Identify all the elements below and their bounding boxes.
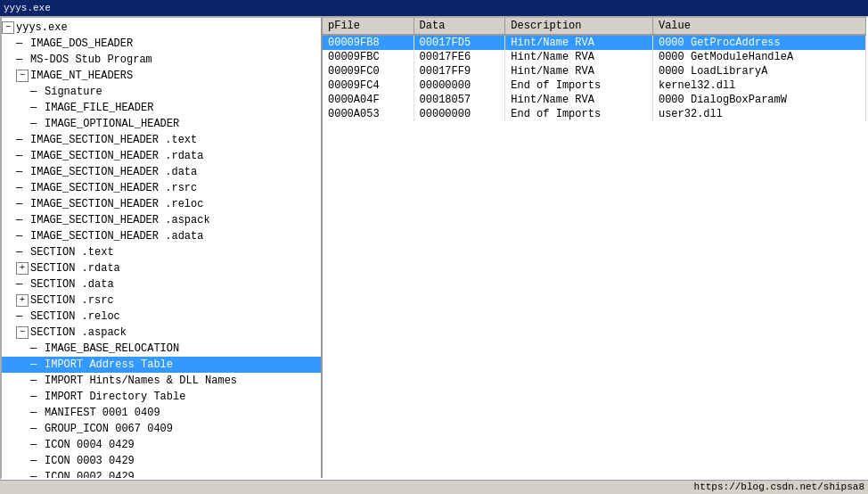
tree-item-signature[interactable]: — Signature [2, 84, 321, 100]
tree-item-sec_rdata[interactable]: +SECTION .rdata [2, 260, 321, 276]
connector: — [30, 374, 45, 388]
tree-item-icon1[interactable]: — ICON 0004 0429 [2, 437, 321, 453]
item-label: yyys.exe [16, 21, 68, 35]
tree-item-import_address_table[interactable]: — IMPORT Address Table [2, 357, 321, 373]
table-row[interactable]: 00009FBC00017FE6Hint/Name RVA0000 GetMod… [323, 50, 866, 64]
item-label: ICON 0002 0429 [45, 470, 135, 478]
item-label: GROUP_ICON 0067 0409 [45, 422, 173, 436]
cell-value: user32.dll [652, 107, 865, 121]
item-label: SECTION .aspack [30, 325, 127, 340]
connector: — [30, 390, 45, 404]
cell-data: 00017FD5 [414, 35, 505, 50]
tree-item-section_text[interactable]: — IMAGE_SECTION_HEADER .text [2, 132, 321, 148]
item-label: SECTION .rdata [30, 261, 120, 276]
table-row[interactable]: 0000A04F00018057Hint/Name RVA0000 Dialog… [323, 93, 866, 107]
expander-icon[interactable]: + [16, 262, 29, 275]
cell-pfile: 00009FB8 [323, 35, 414, 50]
table-body: 00009FB800017FD5Hint/Name RVA0000 GetPro… [323, 35, 866, 121]
col-data: Data [414, 18, 505, 35]
tree-item-yyys[interactable]: −yyys.exe [2, 20, 321, 36]
data-table: pFile Data Description Value 00009FB8000… [323, 18, 866, 121]
cell-pfile: 00009FC0 [323, 64, 414, 78]
tree-item-sec_aspack[interactable]: −SECTION .aspack [2, 325, 321, 341]
tree-item-import_dir[interactable]: — IMPORT Directory Table [2, 389, 321, 405]
tree-item-sec_reloc2[interactable]: — SECTION .reloc [2, 309, 321, 325]
cell-data: 00018057 [414, 93, 505, 107]
cell-value: 0000 LoadLibraryA [652, 64, 865, 78]
connector: — [30, 454, 45, 468]
item-label: MANIFEST 0001 0409 [45, 406, 160, 420]
cell-value: kernel32.dll [652, 78, 865, 93]
connector: — [30, 406, 45, 420]
connector: — [30, 342, 45, 356]
expander-icon[interactable]: − [16, 70, 29, 82]
item-label: IMAGE_FILE_HEADER [45, 101, 153, 115]
connector: — [16, 213, 30, 227]
tree-item-icon2[interactable]: — ICON 0003 0429 [2, 453, 321, 469]
connector: — [30, 470, 45, 478]
connector: — [16, 245, 30, 259]
tree-item-optional_header[interactable]: — IMAGE_OPTIONAL_HEADER [2, 116, 321, 132]
cell-pfile: 0000A04F [323, 93, 414, 107]
tree-item-section_aspack[interactable]: — IMAGE_SECTION_HEADER .aspack [2, 212, 321, 228]
item-label: IMPORT Directory Table [45, 390, 185, 404]
tree-item-section_adata[interactable]: — IMAGE_SECTION_HEADER .adata [2, 228, 321, 244]
tree-item-icon3[interactable]: — ICON 0002 0429 [2, 469, 321, 478]
item-label: SECTION .data [30, 277, 114, 292]
col-description: Description [505, 18, 653, 35]
item-label: SECTION .reloc [30, 309, 120, 324]
cell-pfile: 00009FC4 [323, 78, 414, 93]
tree-item-dos_header[interactable]: — IMAGE_DOS_HEADER [2, 36, 321, 52]
item-label: IMAGE_SECTION_HEADER .data [30, 165, 197, 179]
item-label: IMAGE_SECTION_HEADER .rsrc [30, 181, 197, 195]
tree-item-nt_headers[interactable]: −IMAGE_NT_HEADERS [2, 68, 321, 84]
connector: — [30, 438, 45, 452]
cell-data: 00017FF9 [414, 64, 505, 78]
tree-item-sec_data2[interactable]: — SECTION .data [2, 276, 321, 292]
tree-item-manifest[interactable]: — MANIFEST 0001 0409 [2, 405, 321, 421]
item-label: ICON 0004 0429 [45, 438, 135, 452]
table-row[interactable]: 00009FC400000000End of Importskernel32.d… [323, 78, 866, 93]
expander-icon[interactable]: + [16, 294, 29, 307]
expander-icon[interactable]: − [16, 326, 29, 339]
item-label: IMPORT Address Table [45, 358, 173, 372]
tree-item-sec_text[interactable]: — SECTION .text [2, 244, 321, 260]
tree-item-group_icon[interactable]: — GROUP_ICON 0067 0409 [2, 421, 321, 437]
tree-item-import_hints[interactable]: — IMPORT Hints/Names & DLL Names [2, 373, 321, 389]
table-row[interactable]: 00009FB800017FD5Hint/Name RVA0000 GetPro… [323, 35, 866, 50]
table-row[interactable]: 00009FC000017FF9Hint/Name RVA0000 LoadLi… [323, 64, 866, 78]
main-container: −yyys.exe— IMAGE_DOS_HEADER— MS-DOS Stub… [0, 16, 868, 480]
tree-item-section_rdata[interactable]: — IMAGE_SECTION_HEADER .rdata [2, 148, 321, 164]
status-text: https://blog.csdn.net/shipsa8 [694, 482, 864, 493]
tree-item-ms_dos_stub[interactable]: — MS-DOS Stub Program [2, 52, 321, 68]
expander-icon[interactable]: − [2, 21, 14, 34]
item-label: SECTION .text [30, 245, 114, 259]
connector: — [16, 37, 30, 51]
item-label: Signature [45, 85, 102, 99]
cell-description: Hint/Name RVA [505, 64, 653, 78]
tree-item-sec_rsrc[interactable]: +SECTION .rsrc [2, 292, 321, 309]
connector: — [16, 197, 30, 211]
cell-value: 0000 GetModuleHandleA [652, 50, 865, 64]
connector: — [16, 133, 30, 147]
connector: — [16, 229, 30, 243]
item-label: IMPORT Hints/Names & DLL Names [45, 374, 237, 388]
item-label: IMAGE_BASE_RELOCATION [45, 342, 179, 356]
cell-value: 0000 GetProcAddress [652, 35, 865, 50]
connector: — [30, 85, 45, 99]
tree-item-section_rsrc[interactable]: — IMAGE_SECTION_HEADER .rsrc [2, 180, 321, 196]
cell-description: End of Imports [505, 78, 653, 93]
cell-pfile: 00009FBC [323, 50, 414, 64]
cell-description: Hint/Name RVA [505, 93, 653, 107]
item-label: IMAGE_SECTION_HEADER .adata [30, 229, 203, 243]
title-bar: yyys.exe [0, 0, 868, 16]
tree-item-image_base_reloc[interactable]: — IMAGE_BASE_RELOCATION [2, 341, 321, 357]
table-row[interactable]: 0000A05300000000End of Importsuser32.dll [323, 107, 866, 121]
tree-item-file_header[interactable]: — IMAGE_FILE_HEADER [2, 100, 321, 116]
col-value: Value [652, 18, 865, 35]
item-label: IMAGE_OPTIONAL_HEADER [45, 117, 179, 131]
tree-item-section_data[interactable]: — IMAGE_SECTION_HEADER .data [2, 164, 321, 180]
cell-data: 00000000 [414, 78, 505, 93]
tree-item-section_reloc[interactable]: — IMAGE_SECTION_HEADER .reloc [2, 196, 321, 212]
cell-description: Hint/Name RVA [505, 50, 653, 64]
